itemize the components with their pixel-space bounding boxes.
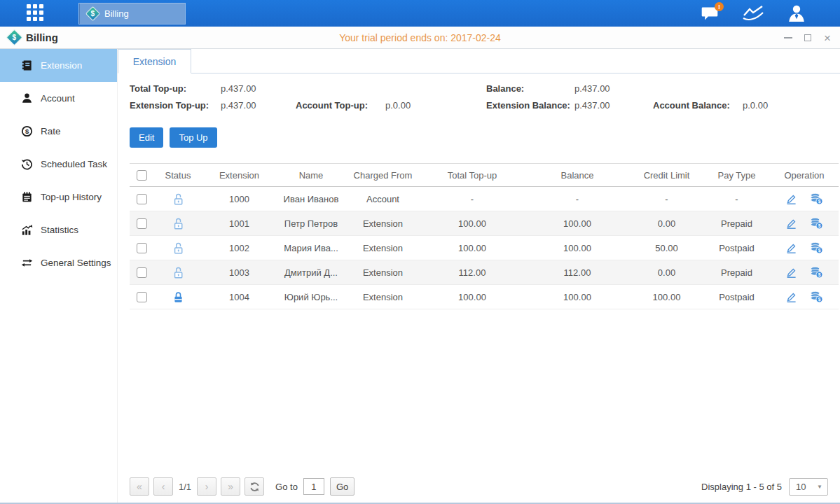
- topbar-right-icons: !: [698, 0, 808, 27]
- name-cell: Мария Ива...: [276, 236, 346, 260]
- sidebar-item-topup-history[interactable]: Top-up History: [0, 181, 117, 214]
- unlocked-icon: [172, 241, 184, 255]
- edit-row-icon[interactable]: [785, 193, 797, 205]
- apps-grid-icon[interactable]: [27, 4, 48, 22]
- row-checkbox[interactable]: [137, 194, 147, 204]
- trial-notice: Your trial period ends on: 2017-02-24: [339, 32, 501, 43]
- account-topup-value: p.0.00: [385, 100, 486, 111]
- top-up-row-icon[interactable]: $: [810, 241, 823, 254]
- next-page-button[interactable]: ›: [197, 477, 216, 496]
- balance-summary: Total Top-up: p.437.00 Extension Top-up:…: [118, 74, 840, 111]
- statistics-icon: [21, 224, 33, 236]
- last-page-button[interactable]: »: [221, 477, 240, 496]
- column-header-name: Name: [276, 164, 346, 187]
- sidebar-item-label: Account: [41, 93, 75, 104]
- go-button[interactable]: Go: [330, 477, 354, 496]
- account-balance-label: Account Balance:: [653, 100, 743, 111]
- displaying-text: Displaying 1 - 5 of 5: [701, 482, 782, 492]
- total-topup-label: Total Top-up:: [130, 83, 221, 94]
- extension-cell: 1000: [202, 187, 276, 211]
- main-content: Extension Total Top-up: p.437.00 Extensi…: [118, 49, 840, 503]
- operation-cell: $: [770, 285, 839, 309]
- sidebar-item-extension[interactable]: Extension: [0, 49, 117, 82]
- close-button[interactable]: ×: [822, 32, 833, 43]
- edit-row-icon[interactable]: [785, 218, 797, 230]
- goto-label: Go to: [275, 482, 298, 492]
- refresh-button[interactable]: [245, 477, 264, 496]
- credit-limit-cell: 50.00: [630, 236, 703, 260]
- name-cell: Дмитрий Д...: [276, 260, 346, 285]
- column-header-balance: Balance: [525, 164, 630, 187]
- top-up-row-icon[interactable]: $: [810, 217, 823, 230]
- row-checkbox[interactable]: [137, 267, 147, 278]
- page-size-select[interactable]: 10 ▼: [789, 478, 828, 496]
- first-page-button[interactable]: «: [130, 477, 149, 496]
- sidebar-item-statistics[interactable]: Statistics: [0, 214, 117, 246]
- top-up-row-icon[interactable]: $: [810, 266, 823, 279]
- prev-page-button[interactable]: ‹: [153, 477, 173, 496]
- notification-badge: !: [715, 2, 724, 11]
- pagination-bar: « ‹ 1/1 › » Go to Go Displaying: [118, 477, 840, 503]
- row-checkbox[interactable]: [137, 292, 147, 302]
- sidebar-item-scheduled-task[interactable]: Scheduled Task: [0, 148, 117, 181]
- general-settings-icon: [21, 257, 33, 269]
- total-topup-value: p.437.00: [221, 83, 486, 94]
- charged-from-cell: Account: [346, 187, 420, 211]
- messages-icon[interactable]: !: [698, 4, 721, 23]
- unlocked-icon: [172, 192, 184, 206]
- topbar-tab-label: Billing: [104, 8, 129, 19]
- column-header-charged-from: Charged From: [346, 164, 420, 187]
- top-up-row-icon[interactable]: $: [810, 192, 823, 205]
- row-checkbox[interactable]: [137, 218, 147, 229]
- table-row: 1000 Иван Иванов Account - - - -: [130, 187, 839, 211]
- window-titlebar: $ Billing Your trial period ends on: 201…: [0, 27, 840, 49]
- operation-cell: $: [770, 187, 839, 211]
- operation-cell: $: [770, 260, 839, 285]
- top-up-row-icon[interactable]: $: [810, 290, 823, 303]
- topbar-billing-tab[interactable]: $ Billing: [78, 3, 186, 24]
- table-header-row: Status Extension Name Charged From Total…: [130, 164, 839, 187]
- goto-page-input[interactable]: [303, 478, 324, 495]
- extension-topup-value: p.437.00: [221, 100, 296, 111]
- column-header-credit-limit: Credit Limit: [630, 164, 703, 187]
- monitor-chart-icon[interactable]: [742, 4, 764, 23]
- edit-row-icon[interactable]: [785, 242, 797, 254]
- tab-extension[interactable]: Extension: [118, 49, 191, 74]
- svg-text:$: $: [818, 297, 820, 302]
- select-all-checkbox[interactable]: [137, 170, 147, 181]
- total-topup-cell: 100.00: [420, 211, 525, 236]
- sidebar-item-general-settings[interactable]: General Settings: [0, 246, 117, 279]
- scheduled-task-icon: [21, 158, 33, 170]
- maximize-button[interactable]: [802, 32, 813, 43]
- minimize-button[interactable]: [783, 32, 794, 43]
- sidebar-item-account[interactable]: Account: [0, 82, 117, 115]
- total-topup-cell: 100.00: [420, 285, 525, 309]
- sidebar-item-label: Extension: [41, 60, 82, 71]
- credit-limit-cell: -: [630, 187, 703, 211]
- balance-cell: 112.00: [525, 260, 630, 285]
- pay-type-cell: -: [703, 187, 770, 211]
- operation-cell: $: [770, 236, 839, 260]
- table-row: 1001 Петр Петров Extension 100.00 100.00…: [130, 211, 839, 236]
- unlocked-icon: [172, 217, 184, 230]
- extension-cell: 1004: [202, 285, 276, 309]
- edit-button[interactable]: Edit: [130, 127, 163, 148]
- total-topup-cell: 100.00: [420, 236, 525, 260]
- extension-cell: 1003: [202, 260, 276, 285]
- top-up-button[interactable]: Top Up: [170, 127, 216, 148]
- action-buttons: Edit Top Up: [118, 111, 840, 148]
- user-icon[interactable]: [785, 4, 808, 23]
- extension-balance-label: Extension Balance:: [486, 100, 574, 111]
- total-topup-cell: 112.00: [420, 260, 525, 285]
- edit-row-icon[interactable]: [785, 291, 797, 303]
- name-cell: Юрий Юрь...: [276, 285, 346, 309]
- account-balance-value: p.0.00: [743, 100, 768, 111]
- charged-from-cell: Extension: [346, 260, 420, 285]
- sidebar-item-rate[interactable]: $ Rate: [0, 115, 117, 148]
- row-checkbox[interactable]: [137, 243, 147, 253]
- balance-cell: 100.00: [525, 285, 630, 309]
- edit-row-icon[interactable]: [785, 267, 797, 279]
- column-header-operation: Operation: [770, 164, 839, 187]
- svg-text:$: $: [818, 272, 820, 278]
- table-row: 1004 Юрий Юрь... Extension 100.00 100.00…: [130, 285, 839, 309]
